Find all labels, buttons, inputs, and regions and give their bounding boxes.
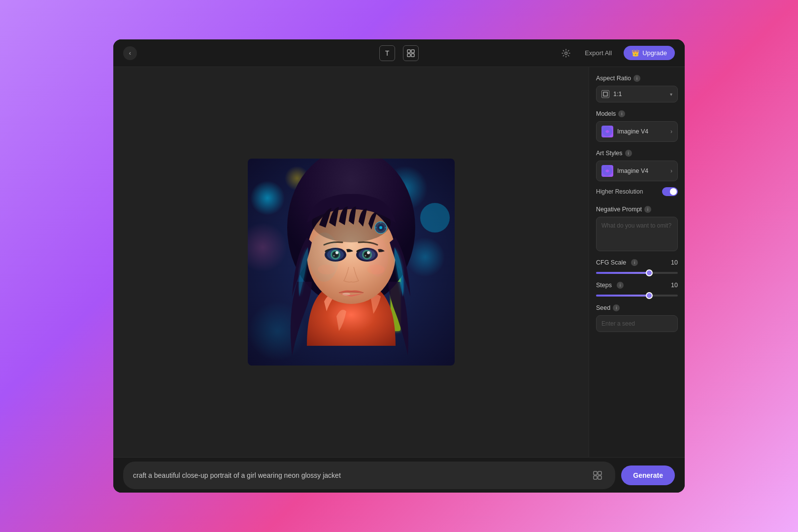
cfg-scale-header: CFG Scale i 10 — [596, 259, 678, 266]
aspect-ratio-info[interactable]: i — [633, 75, 640, 82]
prompt-input-area — [123, 462, 615, 489]
negative-prompt-section: Negative Prompt i — [596, 206, 678, 251]
sidebar: Aspect Ratio i 1:1 ▾ — [589, 67, 685, 457]
main-area: Aspect Ratio i 1:1 ▾ — [113, 67, 685, 457]
negative-prompt-input[interactable] — [596, 217, 678, 251]
svg-point-36 — [368, 237, 388, 277]
crown-icon: 👑 — [632, 49, 639, 57]
seed-info[interactable]: i — [613, 304, 620, 311]
higher-resolution-toggle[interactable] — [662, 187, 678, 196]
seed-label: Seed i — [596, 304, 678, 311]
negative-prompt-label: Negative Prompt i — [596, 206, 678, 213]
svg-point-31 — [365, 255, 366, 257]
settings-button[interactable] — [559, 46, 573, 60]
chevron-down-icon: ▾ — [670, 92, 672, 97]
steps-label: Steps — [596, 282, 612, 289]
art-styles-info[interactable]: i — [625, 150, 632, 157]
cfg-scale-info[interactable]: i — [631, 259, 638, 266]
back-button[interactable]: ‹ — [123, 46, 137, 60]
svg-point-35 — [309, 233, 339, 282]
toggle-knob — [670, 188, 677, 195]
canvas-area — [113, 67, 589, 457]
seed-section: Seed i — [596, 304, 678, 332]
art-styles-section: Art Styles i Imagine V4 › — [596, 150, 678, 198]
upgrade-button[interactable]: 👑 Upgrade — [624, 46, 675, 60]
svg-point-39 — [379, 226, 382, 229]
svg-rect-43 — [603, 92, 607, 96]
art-styles-dropdown[interactable]: Imagine V4 › — [596, 161, 678, 181]
models-section: Models i Imagine V4 › — [596, 110, 678, 142]
svg-point-6 — [250, 181, 285, 215]
steps-value: 10 — [671, 282, 678, 289]
svg-rect-3 — [411, 54, 414, 57]
cfg-scale-label: CFG Scale — [596, 259, 626, 266]
svg-rect-0 — [407, 50, 410, 53]
higher-resolution-row: Higher Resolution — [596, 185, 678, 198]
generated-image — [248, 159, 455, 366]
svg-point-9 — [420, 203, 450, 233]
chevron-right-icon-2: › — [670, 167, 672, 174]
cfg-scale-thumb[interactable] — [646, 269, 653, 276]
svg-rect-1 — [411, 50, 414, 53]
aspect-ratio-dropdown[interactable]: 1:1 ▾ — [596, 86, 678, 102]
app-window: ‹ T — [113, 39, 685, 493]
art-styles-label: Art Styles i — [596, 150, 678, 157]
svg-point-32 — [342, 293, 350, 296]
steps-fill — [596, 295, 649, 297]
text-tool-icon[interactable]: T — [379, 45, 395, 61]
header: ‹ T — [113, 39, 685, 67]
aspect-ratio-section: Aspect Ratio i 1:1 ▾ — [596, 75, 678, 102]
models-dropdown[interactable]: Imagine V4 › — [596, 121, 678, 142]
steps-thumb[interactable] — [646, 292, 653, 299]
svg-rect-46 — [594, 471, 597, 475]
steps-slider-track[interactable] — [596, 295, 678, 297]
higher-resolution-label: Higher Resolution — [596, 188, 643, 195]
cfg-scale-fill — [596, 272, 649, 274]
models-label: Models i — [596, 110, 678, 117]
models-info[interactable]: i — [618, 110, 625, 117]
ratio-square-icon — [601, 90, 609, 98]
negative-prompt-info[interactable]: i — [644, 206, 651, 213]
svg-rect-2 — [407, 54, 410, 57]
cfg-scale-value: 10 — [671, 259, 678, 266]
aspect-ratio-label: Aspect Ratio i — [596, 75, 678, 82]
cfg-scale-section: CFG Scale i 10 — [596, 259, 678, 274]
seed-input[interactable] — [596, 315, 678, 332]
svg-point-4 — [565, 52, 567, 54]
bottom-bar: Generate — [113, 457, 685, 493]
image-tool-icon[interactable] — [403, 45, 419, 61]
svg-rect-47 — [598, 471, 601, 475]
steps-info[interactable]: i — [617, 282, 624, 289]
prompt-input[interactable] — [133, 471, 584, 479]
model-thumbnail — [601, 126, 613, 137]
generate-button[interactable]: Generate — [621, 466, 675, 485]
svg-rect-49 — [598, 476, 601, 479]
export-all-button[interactable]: Export All — [579, 46, 618, 60]
image-svg — [248, 159, 455, 366]
steps-header: Steps i 10 — [596, 282, 678, 289]
svg-rect-48 — [594, 476, 597, 479]
chevron-right-icon: › — [670, 128, 672, 135]
art-style-thumbnail — [601, 165, 613, 177]
grid-options-button[interactable] — [590, 467, 605, 483]
cfg-scale-slider-track[interactable] — [596, 272, 678, 274]
steps-section: Steps i 10 — [596, 282, 678, 297]
